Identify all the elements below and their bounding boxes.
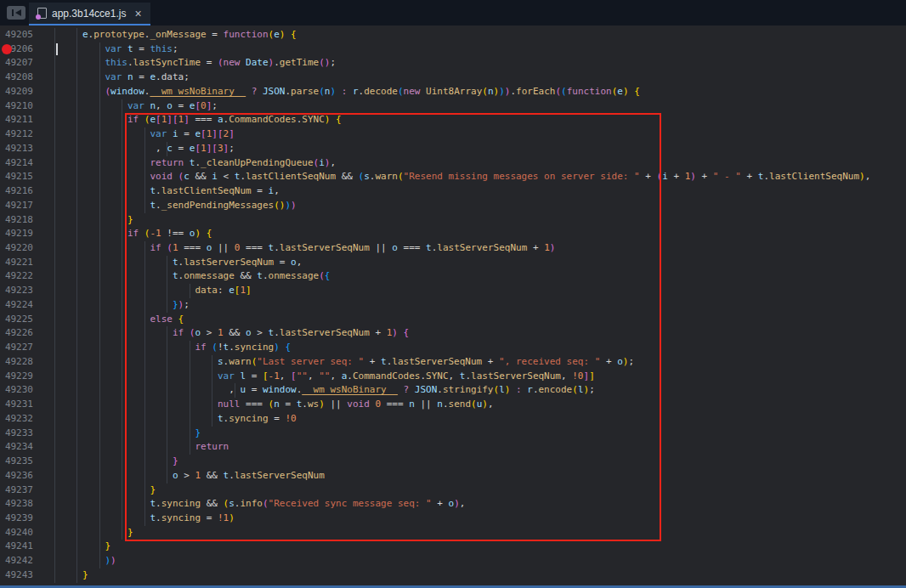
indent-guide <box>99 56 100 71</box>
line-number[interactable]: 49223 <box>0 284 37 298</box>
line-number[interactable]: 49241 <box>0 540 37 554</box>
code-text[interactable]: if (-1 !== o) { <box>37 227 906 241</box>
line-number[interactable]: 49242 <box>0 554 37 568</box>
indent-guide <box>144 256 145 270</box>
code-text[interactable]: t.syncing && (s.info("Received sync mess… <box>37 497 906 512</box>
code-text[interactable]: this.lastSyncTime = (new Date).getTime()… <box>37 56 906 71</box>
code-text[interactable]: if (!t.syncing) { <box>37 341 906 355</box>
line-number[interactable]: 49220 <box>0 241 37 256</box>
code-text[interactable]: var i = e[1][2] <box>37 127 906 142</box>
line-number[interactable]: 49205 <box>0 28 37 42</box>
line-number[interactable]: 49218 <box>0 213 37 228</box>
code-text[interactable]: , u = window.__wm_wsNoBinary__ ? JSON.st… <box>37 383 906 398</box>
line-number[interactable]: 49243 <box>0 568 37 583</box>
code-text[interactable]: t.syncing = !0 <box>37 412 906 427</box>
line-number[interactable]: 49209 <box>0 85 37 99</box>
code-text[interactable]: null === (n = t.ws) || void 0 === n || n… <box>37 398 906 412</box>
tab-close-icon[interactable]: × <box>134 8 141 20</box>
indent-guide <box>99 412 100 427</box>
line-number[interactable]: 49217 <box>0 199 37 213</box>
line-number[interactable]: 49224 <box>0 298 37 313</box>
line-number[interactable]: 49229 <box>0 370 37 384</box>
line-number[interactable]: 49207 <box>0 56 37 71</box>
code-text[interactable]: t._sendPendingMessages())) <box>37 199 906 213</box>
line-number[interactable]: 49213 <box>0 142 37 156</box>
line-number[interactable]: 49226 <box>0 326 37 341</box>
code-text[interactable]: if (1 === o || 0 === t.lastServerSeqNum … <box>37 241 906 256</box>
line-number[interactable]: 49238 <box>0 497 37 512</box>
line-number[interactable]: 49236 <box>0 469 37 483</box>
line-number[interactable]: 49230 <box>0 383 37 398</box>
code-text[interactable]: } <box>37 526 906 540</box>
code-text[interactable]: else { <box>37 313 906 327</box>
indent-guide <box>54 127 55 142</box>
code-text[interactable]: (window.__wm_wsNoBinary__ ? JSON.parse(n… <box>37 85 906 99</box>
line-number[interactable]: 49222 <box>0 269 37 284</box>
line-number[interactable]: 49237 <box>0 483 37 498</box>
code-text[interactable]: if (e[1][1] === a.CommandCodes.SYNC) { <box>37 113 906 127</box>
line-number[interactable]: 49225 <box>0 313 37 327</box>
code-text[interactable]: t.lastServerSeqNum = o, <box>37 256 906 270</box>
tab-app-js[interactable]: app.3b14cce1.js × <box>29 3 150 25</box>
line-number[interactable]: 49208 <box>0 71 37 85</box>
indent-guide <box>54 455 55 469</box>
line-number[interactable]: 49216 <box>0 184 37 199</box>
line-number[interactable]: 49221 <box>0 256 37 270</box>
code-text[interactable]: var t = this; <box>37 42 906 57</box>
indent-guide <box>99 526 100 540</box>
line-number[interactable]: 49211 <box>0 113 37 127</box>
indent-guide <box>76 469 77 483</box>
code-line: 49221 t.lastServerSeqNum = o, <box>0 256 906 270</box>
code-text[interactable]: return t._cleanUpPendingQueue(i), <box>37 156 906 171</box>
code-text[interactable]: } <box>37 455 906 469</box>
code-text[interactable]: } <box>37 483 906 498</box>
indent-guide <box>190 383 190 398</box>
collapse-panel-left-icon[interactable] <box>7 6 25 20</box>
code-text[interactable]: s.warn("Last server seq: " + t.lastServe… <box>37 355 906 370</box>
line-number[interactable]: 49210 <box>0 99 37 114</box>
line-number[interactable]: 49232 <box>0 412 37 427</box>
line-number[interactable]: 49231 <box>0 398 37 412</box>
code-text[interactable]: void (c && i < t.lastClientSeqNum && (s.… <box>37 170 906 184</box>
indent-guide <box>122 370 122 384</box>
indent-guide <box>76 383 77 398</box>
line-number[interactable]: 49240 <box>0 526 37 540</box>
indent-guide <box>54 170 55 184</box>
code-text[interactable]: return <box>37 440 906 455</box>
code-text[interactable]: var n = e.data; <box>37 71 906 85</box>
line-number[interactable]: 49227 <box>0 341 37 355</box>
code-line: 49237 } <box>0 483 906 498</box>
code-text[interactable]: t.syncing = !1) <box>37 512 906 526</box>
indent-guide <box>76 256 77 270</box>
line-number[interactable]: 49215 <box>0 170 37 184</box>
line-number[interactable]: 49239 <box>0 512 37 526</box>
code-text[interactable]: , c = e[1][3]; <box>37 142 906 156</box>
code-text[interactable]: o > 1 && t.lastServerSeqNum <box>37 469 906 483</box>
code-text[interactable]: } <box>37 213 906 228</box>
code-text[interactable]: data: e[1] <box>37 284 906 298</box>
code-text[interactable]: } <box>37 540 906 554</box>
line-number[interactable]: 49228 <box>0 355 37 370</box>
indent-guide <box>76 440 77 455</box>
code-text[interactable]: } <box>37 427 906 441</box>
line-number[interactable]: 49234 <box>0 440 37 455</box>
line-number[interactable]: 49214 <box>0 156 37 171</box>
code-text[interactable]: )) <box>37 554 906 568</box>
line-number[interactable]: 49235 <box>0 455 37 469</box>
code-text[interactable]: }); <box>37 298 906 313</box>
code-text[interactable]: t.lastClientSeqNum = i, <box>37 184 906 199</box>
code-text[interactable]: var n, o = e[0]; <box>37 99 906 114</box>
code-text[interactable]: if (o > 1 && o > t.lastServerSeqNum + 1)… <box>37 326 906 341</box>
code-text[interactable]: e.prototype._onMessage = function(e) { <box>37 28 906 42</box>
indent-guide <box>144 313 145 327</box>
indent-guide <box>122 440 122 455</box>
indent-guide <box>54 370 55 384</box>
indent-guide <box>167 398 167 412</box>
code-text[interactable]: t.onmessage && t.onmessage({ <box>37 269 906 284</box>
line-number[interactable]: 49219 <box>0 227 37 241</box>
line-number[interactable]: 49233 <box>0 427 37 441</box>
line-number[interactable]: 49212 <box>0 127 37 142</box>
code-text[interactable]: var l = [-1, ["", "", a.CommandCodes.SYN… <box>37 370 906 384</box>
code-line: 49215 void (c && i < t.lastClientSeqNum … <box>0 170 906 184</box>
code-text[interactable]: } <box>37 568 906 583</box>
